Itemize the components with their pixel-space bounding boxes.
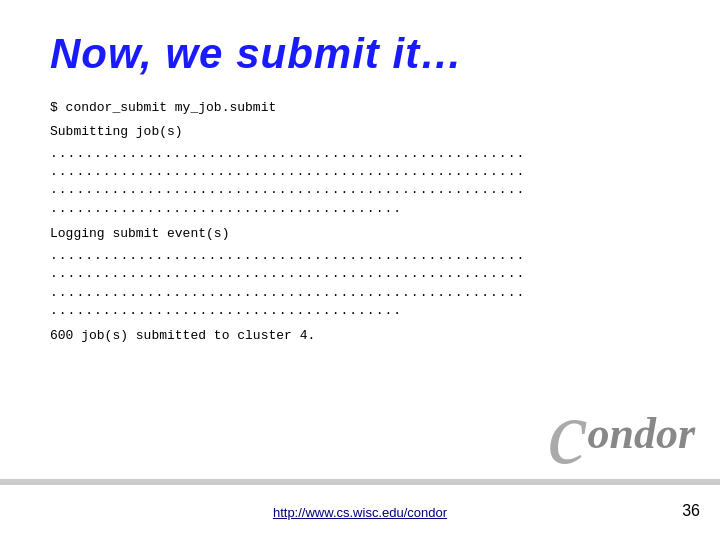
- condor-logo-text: ondor: [587, 408, 695, 459]
- result-line: 600 job(s) submitted to cluster 4.: [50, 326, 670, 346]
- condor-logo: c ondor: [547, 388, 695, 478]
- logging-section: Logging submit event(s) ................…: [50, 224, 670, 320]
- footer-bar: [0, 479, 720, 485]
- condor-logo-c: c: [547, 388, 587, 478]
- dots-logging-3: ........................................…: [50, 284, 670, 302]
- dots-submitting-2: ........................................…: [50, 163, 670, 181]
- command-line: $ condor_submit my_job.submit: [50, 98, 670, 118]
- slide: Now, we submit it… $ condor_submit my_jo…: [0, 0, 720, 540]
- dots-submitting-3: ........................................…: [50, 181, 670, 199]
- slide-title: Now, we submit it…: [50, 30, 670, 78]
- footer-link[interactable]: http://www.cs.wisc.edu/condor: [273, 505, 447, 520]
- dots-submitting-4: ........................................: [50, 200, 670, 218]
- logging-label: Logging submit event(s): [50, 224, 670, 244]
- dots-logging-4: ........................................: [50, 302, 670, 320]
- submitting-label: Submitting job(s): [50, 122, 670, 142]
- page-number: 36: [682, 502, 700, 520]
- command-section: $ condor_submit my_job.submit Submitting…: [50, 98, 670, 218]
- footer: http://www.cs.wisc.edu/condor: [0, 505, 720, 520]
- dots-logging-1: ........................................…: [50, 247, 670, 265]
- dots-logging-2: ........................................…: [50, 265, 670, 283]
- dots-submitting-1: ........................................…: [50, 145, 670, 163]
